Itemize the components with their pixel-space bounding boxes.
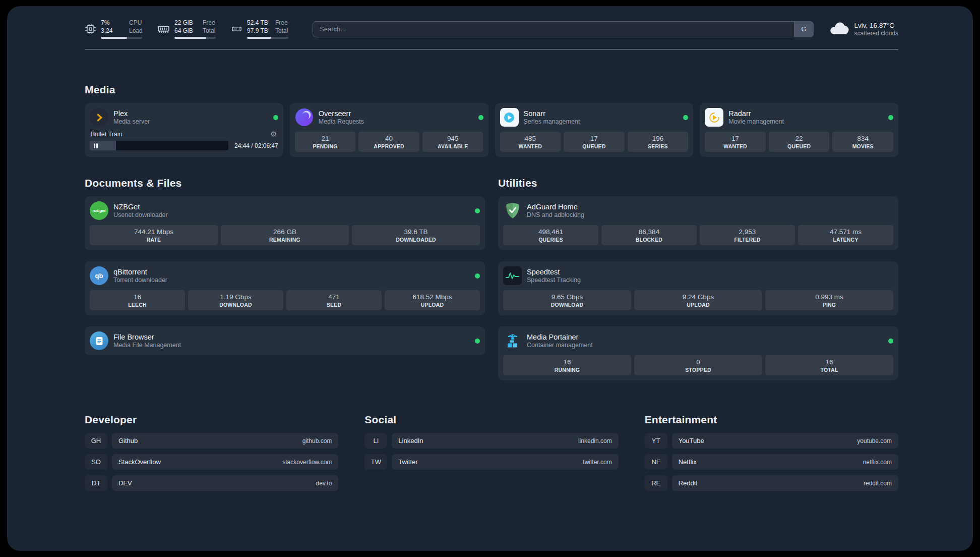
cloud-icon — [829, 21, 849, 37]
stat-upload: 618.52 Mbps UPLOAD — [385, 290, 480, 310]
bookmark-linkedin[interactable]: LI LinkedIn linkedin.com — [364, 433, 618, 449]
stat-total: 16 TOTAL — [765, 355, 893, 375]
memory-total-value: 64 GiB — [174, 27, 197, 35]
bookmark-abbr: DT — [85, 475, 107, 491]
stat-remaining: 266 GB REMAINING — [221, 225, 349, 245]
plex-now-playing: Bullet Train ⚙ 24:44 / 02:06:47 — [90, 130, 278, 150]
bookmark-youtube[interactable]: YT YouTube youtube.com — [645, 433, 898, 449]
bookmark-link[interactable]: StackOverflow stackoverflow.com — [112, 454, 338, 470]
service-name: Plex — [113, 109, 150, 118]
stat-series: 196 SERIES — [628, 132, 689, 152]
section-title-entertainment: Entertainment — [645, 414, 898, 426]
bookmark-link[interactable]: Netflix netflix.com — [672, 454, 898, 470]
memory-progress-bar — [174, 37, 216, 39]
service-subtitle: Media File Management — [113, 342, 181, 349]
service-name: NZBGet — [113, 203, 168, 211]
stat-approved: 40 APPROVED — [358, 132, 419, 152]
weather-widget: Lviv, 16.87°C scattered clouds — [829, 21, 898, 37]
service-card-sonarr[interactable]: Sonarr Series management 485 WANTED 17 Q… — [495, 103, 694, 157]
playback-progress-bar[interactable] — [90, 141, 228, 150]
search-provider-button[interactable]: G — [794, 21, 814, 37]
bookmark-github[interactable]: GH Github github.com — [85, 433, 338, 449]
portainer-icon — [503, 331, 522, 350]
bookmark-group-social: Social LI LinkedIn linkedin.com TW Twitt… — [364, 414, 618, 491]
stat-wanted: 17 WANTED — [705, 132, 766, 152]
service-card-adguard[interactable]: AdGuard Home DNS and adblocking 498,461 … — [498, 196, 898, 250]
stat-downloaded: 39.6 TB DOWNLOADED — [352, 225, 480, 245]
disk-free-value: 52.4 TB — [247, 19, 269, 27]
weather-condition: scattered clouds — [854, 30, 898, 37]
plex-icon — [90, 108, 108, 127]
bookmark-link[interactable]: YouTube youtube.com — [672, 433, 898, 449]
stat-upload: 9.24 Gbps UPLOAD — [634, 290, 762, 310]
cpu-icon — [85, 23, 96, 35]
bookmark-reddit[interactable]: RE Reddit reddit.com — [645, 475, 898, 491]
section-title-utilities: Utilities — [498, 177, 898, 189]
stat-running: 16 RUNNING — [503, 355, 631, 375]
stat-download: 9.65 Gbps DOWNLOAD — [503, 290, 631, 310]
disk-widget: 52.4 TB 97.9 TB Free Total — [231, 19, 288, 39]
overseerr-icon — [295, 108, 314, 127]
cpu-label: CPU — [129, 19, 143, 27]
now-playing-title: Bullet Train — [91, 131, 122, 138]
stat-rate: 744.21 Mbps RATE — [90, 225, 218, 245]
search-bar: G — [313, 21, 814, 37]
service-card-qbittorrent[interactable]: qb qBittorrent Torrent downloader 16 — [85, 261, 485, 315]
service-card-overseerr[interactable]: Overseerr Media Requests 21 PENDING 40 A… — [290, 103, 488, 157]
service-card-nzbget[interactable]: nzbget NZBGet Usenet downloader 744.21 M… — [85, 196, 485, 250]
search-input[interactable] — [313, 21, 814, 37]
bookmark-dev[interactable]: DT DEV dev.to — [85, 475, 338, 491]
service-card-portainer[interactable]: Media Portainer Container management 16 … — [498, 326, 898, 380]
cpu-widget: 7% 3.24 CPU Load — [85, 19, 142, 39]
section-title-social: Social — [364, 414, 618, 426]
service-name: Speedtest — [527, 268, 581, 276]
service-card-plex[interactable]: Plex Media server Bullet Train ⚙ — [85, 103, 283, 157]
stat-available: 945 AVAILABLE — [422, 132, 483, 152]
service-name: Radarr — [728, 109, 784, 118]
stat-stopped: 0 STOPPED — [634, 355, 762, 375]
memory-icon — [157, 23, 170, 35]
bookmark-abbr: RE — [645, 475, 667, 491]
service-subtitle: Series management — [524, 118, 580, 125]
status-online-dot — [475, 273, 480, 278]
service-card-speedtest[interactable]: Speedtest Speedtest Tracking 9.65 Gbps D… — [498, 261, 898, 315]
gear-icon[interactable]: ⚙ — [270, 130, 277, 138]
bookmark-link[interactable]: LinkedIn linkedin.com — [392, 433, 618, 449]
bookmark-netflix[interactable]: NF Netflix netflix.com — [645, 454, 898, 470]
service-name: Media Portainer — [527, 333, 593, 341]
bookmark-link[interactable]: DEV dev.to — [112, 475, 338, 491]
service-name: File Browser — [113, 333, 181, 341]
service-subtitle: Media server — [113, 118, 150, 125]
bookmark-link[interactable]: Reddit reddit.com — [672, 475, 898, 491]
bookmark-abbr: GH — [85, 433, 107, 449]
bookmark-abbr: LI — [364, 433, 387, 449]
disk-total-value: 97.9 TB — [247, 27, 269, 35]
topbar: 7% 3.24 CPU Load — [85, 19, 898, 39]
bookmark-twitter[interactable]: TW Twitter twitter.com — [364, 454, 618, 470]
bookmark-link[interactable]: Twitter twitter.com — [392, 454, 618, 470]
adguard-icon — [503, 201, 522, 220]
header-divider — [85, 49, 898, 49]
memory-widget: 22 GiB 64 GiB Free Total — [157, 19, 216, 39]
service-name: qBittorrent — [113, 268, 167, 276]
bookmark-link[interactable]: Github github.com — [112, 433, 338, 449]
qbittorrent-icon: qb — [90, 266, 108, 285]
pause-icon[interactable] — [94, 143, 98, 148]
service-subtitle: Usenet downloader — [113, 211, 168, 218]
memory-total-label: Total — [203, 27, 215, 35]
disk-total-label: Total — [275, 27, 288, 35]
stat-download: 1.19 Gbps DOWNLOAD — [188, 290, 283, 310]
stat-wanted: 485 WANTED — [500, 132, 561, 152]
stat-filtered: 2,953 FILTERED — [700, 225, 795, 245]
filebrowser-icon — [90, 331, 108, 350]
stat-queued: 22 QUEUED — [769, 132, 830, 152]
stat-blocked: 86,384 BLOCKED — [601, 225, 697, 245]
service-card-radarr[interactable]: Radarr Movie management 17 WANTED 22 QUE… — [700, 103, 898, 157]
disk-progress-bar — [247, 37, 288, 39]
service-subtitle: Movie management — [728, 118, 784, 125]
service-name: Sonarr — [524, 109, 580, 118]
status-online-dot — [475, 339, 480, 344]
bookmark-stackoverflow[interactable]: SO StackOverflow stackoverflow.com — [85, 454, 338, 470]
service-card-filebrowser[interactable]: File Browser Media File Management — [85, 326, 485, 355]
bookmark-abbr: TW — [364, 454, 387, 470]
